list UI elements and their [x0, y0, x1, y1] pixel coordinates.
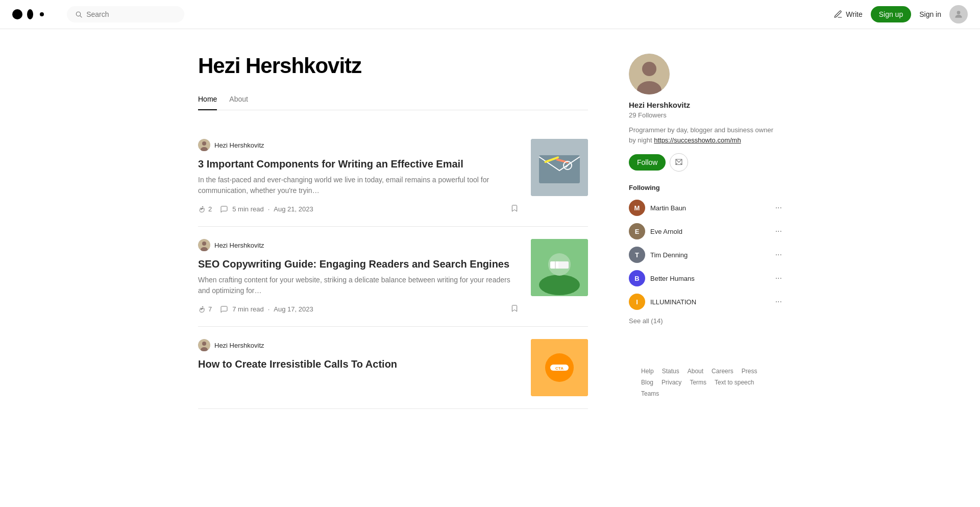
- sidebar-bio-link[interactable]: https://successhowto.com/mh: [654, 136, 741, 144]
- comment-button[interactable]: [220, 205, 228, 213]
- article-meta-top: Hezi Hershkovitz: [198, 239, 519, 251]
- signin-button[interactable]: Sign in: [919, 10, 941, 18]
- following-item: T Tim Denning ···: [629, 247, 782, 263]
- articles-list: Hezi Hershkovitz 3 Important Components …: [198, 127, 588, 409]
- footer-link[interactable]: Press: [742, 368, 757, 375]
- sidebar-followers: 29 Followers: [629, 111, 782, 119]
- write-icon: [834, 10, 843, 19]
- signup-button[interactable]: Sign up: [871, 6, 911, 22]
- tab-about[interactable]: About: [229, 95, 248, 110]
- following-item-left: T Tim Denning: [629, 247, 688, 263]
- svg-point-32: [642, 62, 656, 76]
- article-meta-top: Hezi Hershkovitz: [198, 139, 519, 151]
- thumbnail-illustration: [531, 239, 588, 296]
- comment-button[interactable]: [220, 305, 228, 313]
- navbar-left: [12, 6, 184, 22]
- comment-icon: [220, 205, 228, 213]
- article-card: Hezi Hershkovitz SEO Copywriting Guide: …: [198, 227, 588, 327]
- article-author-avatar: [198, 139, 210, 151]
- article-footer: 7 7 min read · Aug 17, 2023: [198, 304, 519, 314]
- following-item: M Martin Baun ···: [629, 200, 782, 216]
- svg-point-7: [202, 141, 206, 146]
- article-author-avatar: [198, 239, 210, 251]
- sidebar-bio: Programmer by day, blogger and business …: [629, 125, 782, 145]
- search-bar[interactable]: [67, 6, 184, 22]
- following-item-left: M Martin Baun: [629, 200, 686, 216]
- footer-link[interactable]: About: [688, 368, 703, 375]
- medium-logo[interactable]: [12, 7, 51, 22]
- user-icon: [953, 9, 964, 19]
- article-title[interactable]: 3 Important Components for Writing an Ef…: [198, 157, 519, 171]
- sidebar-avatar-image: [629, 54, 670, 94]
- svg-point-1: [27, 9, 33, 19]
- following-more-button[interactable]: ···: [775, 297, 782, 306]
- following-name[interactable]: ILLUMINATION: [650, 298, 696, 306]
- follow-button[interactable]: Follow: [629, 154, 666, 171]
- svg-point-25: [202, 342, 206, 346]
- footer-link[interactable]: Privacy: [662, 379, 681, 386]
- footer-link[interactable]: Terms: [690, 379, 706, 386]
- following-name[interactable]: Martin Baun: [650, 204, 686, 212]
- following-item: I ILLUMINATION ···: [629, 294, 782, 310]
- following-item: E Eve Arnold ···: [629, 223, 782, 239]
- footer-link[interactable]: Careers: [712, 368, 733, 375]
- article-footer-actions: 7: [198, 305, 228, 313]
- save-button[interactable]: [510, 204, 519, 214]
- article-thumbnail: CTA: [531, 339, 588, 396]
- subscribe-button[interactable]: [670, 153, 688, 172]
- article-title[interactable]: How to Create Irresistible Calls To Acti…: [198, 357, 519, 371]
- following-item-left: B Better Humans: [629, 270, 695, 286]
- following-list: M Martin Baun ··· E Eve Arnold ··· T Tim…: [629, 200, 782, 310]
- write-button[interactable]: Write: [834, 10, 862, 19]
- clap-icon: [198, 205, 206, 213]
- following-item-left: I ILLUMINATION: [629, 294, 696, 310]
- clap-icon: [198, 305, 206, 313]
- following-name[interactable]: Eve Arnold: [650, 228, 682, 235]
- clap-button[interactable]: 7: [198, 305, 212, 313]
- svg-text:CTA: CTA: [555, 366, 564, 371]
- article-author-name: Hezi Hershkovitz: [214, 141, 264, 149]
- following-more-button[interactable]: ···: [775, 250, 782, 259]
- article-avatar-img: [198, 139, 210, 151]
- tab-bar: Home About: [198, 94, 588, 110]
- following-more-button[interactable]: ···: [775, 227, 782, 236]
- sidebar-author-name: Hezi Hershkovitz: [629, 101, 782, 109]
- article-footer: 2 5 min read · Aug 21, 2023: [198, 204, 519, 214]
- article-date: Aug 17, 2023: [274, 305, 313, 313]
- sidebar-author-avatar: [629, 54, 670, 94]
- following-more-button[interactable]: ···: [775, 274, 782, 283]
- search-input[interactable]: [86, 10, 176, 18]
- footer-link[interactable]: Status: [662, 368, 679, 375]
- see-all-link[interactable]: See all (14): [629, 317, 782, 325]
- article-read-time: 5 min read: [232, 205, 263, 213]
- user-avatar[interactable]: [949, 5, 968, 23]
- clap-button[interactable]: 2: [198, 205, 212, 213]
- footer-link[interactable]: Teams: [641, 390, 659, 397]
- navbar-right: Write Sign up Sign in: [834, 5, 968, 23]
- tab-home[interactable]: Home: [198, 95, 217, 110]
- save-button[interactable]: [510, 304, 519, 314]
- following-name[interactable]: Tim Denning: [650, 251, 688, 259]
- svg-rect-22: [558, 261, 569, 269]
- page-container: Hezi Hershkovitz Home About Hezi Hershko…: [186, 29, 794, 434]
- article-excerpt: When crafting content for your website, …: [198, 275, 519, 296]
- article-title[interactable]: SEO Copywriting Guide: Engaging Readers …: [198, 257, 519, 271]
- following-item-left: E Eve Arnold: [629, 223, 682, 239]
- footer-link[interactable]: Blog: [641, 379, 653, 386]
- svg-point-19: [539, 275, 580, 295]
- article-excerpt: In the fast-paced and ever-changing worl…: [198, 175, 519, 196]
- article-content: Hezi Hershkovitz How to Create Irresisti…: [198, 339, 519, 396]
- article-thumbnail: [531, 139, 588, 196]
- following-name[interactable]: Better Humans: [650, 275, 695, 282]
- following-item: B Better Humans ···: [629, 270, 782, 286]
- footer-link[interactable]: Help: [641, 368, 654, 375]
- save-icon: [510, 204, 519, 212]
- article-content: Hezi Hershkovitz 3 Important Components …: [198, 139, 519, 214]
- article-read-time: 7 min read: [232, 305, 263, 313]
- article-content: Hezi Hershkovitz SEO Copywriting Guide: …: [198, 239, 519, 314]
- following-avatar: I: [629, 294, 645, 310]
- svg-point-16: [202, 242, 206, 246]
- footer-link[interactable]: Text to speech: [715, 379, 754, 386]
- following-more-button[interactable]: ···: [775, 203, 782, 212]
- article-thumbnail: [531, 239, 588, 296]
